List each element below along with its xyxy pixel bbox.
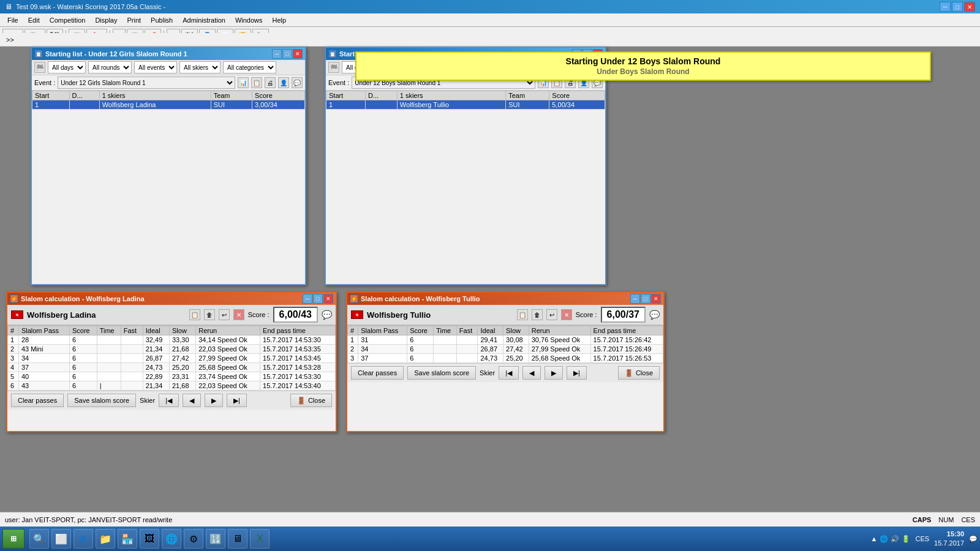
table-row[interactable]: 1 Wolfisberg Ladina SUI 3,00/34 <box>32 100 305 110</box>
girls-last-btn[interactable]: ▶| <box>227 394 247 407</box>
boys-close-button[interactable]: 🚪 Close <box>618 366 660 380</box>
table-row[interactable]: 6436|21,3421,6822,03 Speed Ok15.7.2017 1… <box>8 381 336 391</box>
boys-clear-button[interactable]: Clear passes <box>351 366 404 380</box>
table-row[interactable]: 131629,4130,0830,76 Speed Ok15.7.2017 15… <box>348 335 663 345</box>
girls-calc-btn1[interactable]: 📋 <box>189 309 200 320</box>
col-slow: Slow <box>503 326 529 335</box>
girls-event-icon2[interactable]: 📋 <box>251 77 262 88</box>
girls-rounds-select[interactable]: All rounds <box>88 61 132 73</box>
system-tray: ▲ 🌐 🔊 🔋 <box>871 535 911 543</box>
girls-calc-btn2[interactable]: 🗑 <box>204 309 215 320</box>
girls-calc-minimize[interactable]: ─ <box>303 294 312 304</box>
table-row[interactable]: 243 Mini621,3421,6822,03 Speed Ok15.7.20… <box>8 345 336 354</box>
boys-save-button[interactable]: Save slalom score <box>407 366 476 380</box>
menu-competition[interactable]: Competition <box>45 15 91 25</box>
girls-event-icon5[interactable]: 💬 <box>292 77 303 88</box>
girls-prev-btn[interactable]: ◀ <box>183 394 201 407</box>
taskbar-folder-icon[interactable]: 📁 <box>96 529 115 549</box>
clock-time: 15:30 <box>934 530 964 539</box>
boys-calc-restore[interactable]: □ <box>641 294 650 304</box>
close-button[interactable]: ✕ <box>964 2 975 12</box>
start-button[interactable]: ⊞ <box>2 529 24 549</box>
girls-events-select[interactable]: All events <box>134 61 177 73</box>
girls-calc-restore[interactable]: □ <box>313 294 323 304</box>
menu-windows[interactable]: Windows <box>230 15 268 25</box>
table-row[interactable]: 540622,8923,3123,74 Speed Ok15.7.2017 14… <box>8 372 336 381</box>
boys-calc-btn3[interactable]: ↩ <box>546 309 557 320</box>
table-row[interactable]: 128632,4933,3034,14 Speed Ok15.7.2017 14… <box>8 335 336 345</box>
girls-save-button[interactable]: Save slalom score <box>67 394 136 407</box>
taskbar-search-icon[interactable]: 🔍 <box>29 529 49 549</box>
girls-skiers-select[interactable]: All skiers <box>179 61 221 73</box>
table-row[interactable]: 437624,7325,2025,68 Speed Ok15.7.2017 14… <box>8 363 336 372</box>
status-caps: CAPS <box>913 516 932 523</box>
menu-display[interactable]: Display <box>90 15 122 25</box>
girls-list-restore[interactable]: □ <box>282 49 292 59</box>
nav-label[interactable]: >> <box>2 35 18 45</box>
boys-filter-icon[interactable]: 🏁 <box>328 62 339 73</box>
girls-days-select[interactable]: All days <box>48 61 86 73</box>
girls-categories-select[interactable]: All categories <box>223 61 276 73</box>
taskbar-browser-icon[interactable]: e <box>74 529 93 549</box>
girls-calc-close[interactable]: ✕ <box>323 294 333 304</box>
boys-col-score: Score <box>549 91 605 100</box>
girls-event-icon1[interactable]: 📊 <box>238 77 249 88</box>
boys-first-btn[interactable]: |◀ <box>499 366 519 380</box>
taskbar-calc-icon[interactable]: 🔢 <box>206 529 225 549</box>
boys-col-team: Team <box>506 91 549 100</box>
boys-calc-btn1[interactable]: 📋 <box>517 309 528 320</box>
girls-event-select[interactable]: Under 12 Girls Slalom Round 1 <box>58 77 235 89</box>
girls-list-minimize[interactable]: ─ <box>272 49 282 59</box>
boys-calc-btn2[interactable]: 🗑 <box>532 309 543 320</box>
taskbar-excel-icon[interactable]: X <box>250 529 270 549</box>
girls-close-button[interactable]: 🚪 Close <box>290 394 332 407</box>
col-endtime: End pass time <box>260 326 336 335</box>
tray-chevron[interactable]: ▲ <box>871 535 878 542</box>
table-row[interactable]: 334626,8727,4227,99 Speed Ok15.7.2017 14… <box>8 354 336 363</box>
girls-list-close[interactable]: ✕ <box>293 49 303 59</box>
boys-calc-btn4[interactable]: ✕ <box>561 309 572 320</box>
table-row[interactable]: 234626,8727,4227,99 Speed Ok15.7.2017 15… <box>348 345 663 354</box>
girls-next-btn[interactable]: ▶ <box>205 394 223 407</box>
taskbar-store-icon[interactable]: 🏪 <box>118 529 137 549</box>
cell-start: 1 <box>32 100 70 110</box>
boys-list-icon: 📋 <box>328 50 337 58</box>
minimize-button[interactable]: ─ <box>940 2 951 12</box>
maximize-button[interactable]: □ <box>952 2 963 12</box>
taskbar-app-icon[interactable]: 🖥 <box>228 529 247 549</box>
boys-calc-tbody: 131629,4130,0830,76 Speed Ok15.7.2017 15… <box>348 335 663 363</box>
boys-col-d: D... <box>365 91 397 100</box>
taskbar-view-icon[interactable]: ⬜ <box>51 529 71 549</box>
girls-filter-icon[interactable]: 🏁 <box>34 62 45 73</box>
girls-first-btn[interactable]: |◀ <box>159 394 179 407</box>
menu-edit[interactable]: Edit <box>23 15 45 25</box>
menu-publish[interactable]: Publish <box>146 15 178 25</box>
menu-print[interactable]: Print <box>122 15 146 25</box>
menu-help[interactable]: Help <box>268 15 292 25</box>
boys-calc-title-left: ⚡ Slalom calculation - Wolfisberg Tullio <box>350 294 480 303</box>
girls-event-icon4[interactable]: 👤 <box>278 77 289 88</box>
girls-skier-name: Wolfisberg Ladina <box>27 310 186 320</box>
boys-last-btn[interactable]: ▶| <box>567 366 587 380</box>
boys-col-skier: 1 skiers <box>397 91 505 100</box>
menu-administration[interactable]: Administration <box>178 15 230 25</box>
boys-calc-header: # Slalom Pass Score Time Fast Ideal Slow… <box>348 326 663 335</box>
taskbar-icons: 🔍 ⬜ e 📁 🏪 🖼 🌐 ⚙ 🔢 🖥 X <box>29 529 270 549</box>
table-row[interactable]: 1 Wolfisberg Tullio SUI 5,00/34 <box>326 100 605 110</box>
table-row[interactable]: 337624,7325,2025,68 Speed Ok15.7.2017 15… <box>348 354 663 363</box>
menu-file[interactable]: File <box>2 15 23 25</box>
boys-next-btn[interactable]: ▶ <box>545 366 563 380</box>
taskbar-photos-icon[interactable]: 🖼 <box>140 529 159 549</box>
girls-clear-button[interactable]: Clear passes <box>11 394 64 407</box>
tray-volume: 🔊 <box>891 535 899 543</box>
boys-calc-minimize[interactable]: ─ <box>630 294 640 304</box>
girls-calc-btn3[interactable]: ↩ <box>219 309 230 320</box>
status-user-info: user: Jan VEIT-SPORT, pc: JANVEIT-SPORT … <box>5 516 172 523</box>
boys-prev-btn[interactable]: ◀ <box>522 366 541 380</box>
taskbar-browser2-icon[interactable]: 🌐 <box>162 529 181 549</box>
girls-calc-btn4[interactable]: ✕ <box>233 309 244 320</box>
notification-icon[interactable]: 💬 <box>969 535 978 543</box>
taskbar-settings-icon[interactable]: ⚙ <box>184 529 203 549</box>
girls-event-icon3[interactable]: 🖨 <box>265 77 276 88</box>
boys-calc-close[interactable]: ✕ <box>651 294 661 304</box>
